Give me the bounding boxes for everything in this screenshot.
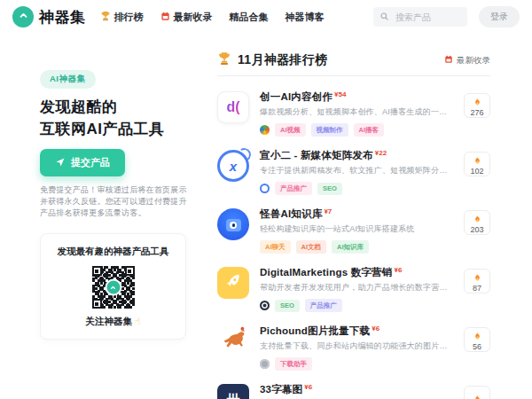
product-title[interactable]: 怪兽AI知识库: [260, 208, 322, 219]
nav-item-ranking[interactable]: 排行榜: [100, 11, 144, 24]
follow-label: 关注神器集: [85, 316, 132, 326]
product-title[interactable]: 宣小二 - 新媒体矩阵发布: [260, 150, 373, 160]
product-row[interactable]: 怪兽AI知识库¥7 轻松构建知识库的一站式AI知识库搭建系统 AI聊天 AI文档…: [217, 198, 490, 256]
nav-label: 最新收录: [174, 11, 213, 24]
product-title[interactable]: Pichound图片批量下载: [260, 325, 370, 336]
monster-icon: [226, 219, 241, 231]
upvote-button[interactable]: [464, 386, 490, 399]
logo-glyph: 卅: [227, 392, 240, 399]
product-row[interactable]: 卅 33字幕图¥6: [217, 373, 490, 399]
rocket-icon: [223, 270, 243, 294]
upvote-button[interactable]: 102: [464, 152, 490, 176]
product-description: 支持批量下载、同步和站内编辑的功能强大的图片管理工具: [260, 340, 453, 352]
product-title[interactable]: DigitalMarketings 数字营销: [260, 267, 392, 278]
tag-pill[interactable]: AI文档: [296, 240, 327, 254]
qr-finder-pattern: [92, 266, 102, 276]
product-title-row: 怪兽AI知识库¥7: [260, 205, 453, 221]
qr-card-footer: 关注神器集 ☝: [50, 316, 176, 328]
latest-link[interactable]: 最新收录: [444, 55, 490, 66]
upvote-button[interactable]: 56: [464, 327, 490, 352]
tag-pill[interactable]: AI知识库: [332, 240, 369, 254]
latest-link-label: 最新收录: [457, 55, 490, 66]
tag-pill[interactable]: 产品推广: [275, 182, 312, 195]
logo-glyph: x: [230, 159, 237, 174]
product-info: Pichound图片批量下载¥6 支持批量下载、同步和站内编辑的功能强大的图片管…: [260, 322, 453, 373]
product-info: 怪兽AI知识库¥7 轻松构建知识库的一站式AI知识库搭建系统 AI聊天 AI文档…: [260, 205, 453, 256]
tag-pill[interactable]: 产品推广: [305, 299, 342, 312]
vote-count: 87: [473, 285, 481, 293]
product-logo-rocket: [217, 267, 249, 299]
product-title[interactable]: 33字幕图: [260, 384, 302, 395]
paper-plane-icon: [55, 157, 66, 169]
qr-finder-pattern: [92, 299, 102, 309]
qr-finder-pattern: [125, 266, 135, 276]
tag-pill[interactable]: 下载助手: [275, 357, 312, 371]
submit-product-button[interactable]: 提交产品: [40, 149, 125, 176]
leaping-dog-icon: [218, 325, 248, 358]
product-favicon: [260, 301, 270, 310]
product-title-row: Pichound图片批量下载¥6: [260, 322, 453, 338]
flame-icon: [473, 391, 482, 399]
product-title-row: DigitalMarketings 数字营销¥6: [260, 263, 453, 279]
product-logo-chuangyi: d(: [217, 91, 249, 123]
product-info: DigitalMarketings 数字营销¥6 帮助开发者开发发现用户，助力产…: [260, 263, 453, 315]
product-favicon: [260, 359, 270, 369]
hero-description: 免费提交产品！审核通过后将在首页展示并获得永久反链。您还可以通过付费提升产品排名…: [40, 184, 193, 219]
tag-pill[interactable]: SEO: [317, 183, 342, 195]
product-tags: AI视频 视频制作 AI播客: [260, 123, 453, 137]
price-badge: ¥7: [324, 207, 332, 215]
product-logo-subtitle: 卅: [217, 384, 249, 399]
product-logo-monster: [217, 208, 249, 240]
brand-logo[interactable]: [12, 6, 34, 27]
product-title[interactable]: 创一AI内容创作: [260, 91, 332, 102]
nav-label: 精品合集: [230, 11, 269, 24]
price-badge: ¥54: [334, 90, 346, 98]
nav-item-latest[interactable]: 最新收录: [160, 11, 213, 24]
ranking-title: 11月神器排行榜: [238, 52, 327, 68]
product-row[interactable]: x 宣小二 - 新媒体矩阵发布¥22 专注于提供新闻稿发布、软文推广、短视频矩阵…: [217, 139, 490, 198]
product-description: 专注于提供新闻稿发布、软文推广、短视频矩阵分发等一站式营销服...: [260, 165, 453, 176]
ranking-section: 11月神器排行榜 最新收录 d( 创一AI内容创作¥54 爆款视频分析、短视频脚…: [217, 51, 490, 399]
tag-pill[interactable]: AI播客: [354, 123, 385, 137]
search-input[interactable]: [394, 12, 461, 23]
product-tags: AI聊天 AI文档 AI知识库: [260, 240, 453, 254]
product-tags: SEO 产品推广: [260, 299, 453, 312]
calendar-icon: [444, 55, 453, 66]
ranking-divider: [217, 75, 490, 76]
qr-card-title: 发现最有趣的神器产品工具: [50, 246, 176, 258]
upvote-button[interactable]: 87: [464, 269, 490, 293]
product-row[interactable]: Pichound图片批量下载¥6 支持批量下载、同步和站内编辑的功能强大的图片管…: [217, 315, 490, 373]
product-logo-xuanxiaoer: x: [217, 150, 249, 182]
product-info: 创一AI内容创作¥54 爆款视频分析、短视频脚本创作、AI播客生成的一站式内容创…: [260, 88, 453, 139]
product-description: 轻松构建知识库的一站式AI知识库搭建系统: [260, 223, 453, 235]
upvote-button[interactable]: 203: [464, 210, 490, 235]
qr-card: 发现最有趣的神器产品工具 关注神器集 ☝: [40, 233, 186, 340]
product-row[interactable]: DigitalMarketings 数字营销¥6 帮助开发者开发发现用户，助力产…: [217, 256, 490, 315]
product-title-row: 宣小二 - 新媒体矩阵发布¥22: [260, 146, 453, 162]
product-tags: 产品推广 SEO: [260, 182, 453, 195]
brand-name[interactable]: 神器集: [39, 7, 86, 27]
calendar-icon: [160, 12, 170, 23]
nav-label: 排行榜: [114, 11, 144, 24]
qr-center-logo: [105, 279, 121, 296]
search-box[interactable]: [373, 7, 467, 27]
nav-item-collections[interactable]: 精品合集: [230, 11, 269, 24]
product-favicon: [260, 125, 270, 135]
hero-title: 发现超酷的 互联网AI产品工具: [40, 96, 193, 140]
chevron-up-icon: [18, 9, 29, 25]
upvote-button[interactable]: 276: [464, 93, 490, 118]
product-row[interactable]: d( 创一AI内容创作¥54 爆款视频分析、短视频脚本创作、AI播客生成的一站式…: [217, 81, 490, 139]
tag-pill[interactable]: SEO: [275, 300, 300, 312]
product-title-row: 创一AI内容创作¥54: [260, 88, 453, 104]
login-button[interactable]: 登录: [479, 6, 520, 27]
product-favicon: [260, 184, 270, 193]
search-icon: [379, 9, 389, 25]
tag-pill[interactable]: AI视频: [275, 123, 306, 137]
tag-pill[interactable]: 视频制作: [311, 123, 348, 137]
nav-item-blog[interactable]: 神器博客: [286, 11, 325, 24]
product-list: d( 创一AI内容创作¥54 爆款视频分析、短视频脚本创作、AI播客生成的一站式…: [217, 81, 490, 399]
hero-section: AI神器集 发现超酷的 互联网AI产品工具 提交产品 免费提交产品！审核通过后将…: [40, 69, 193, 340]
tag-pill[interactable]: AI聊天: [260, 240, 291, 254]
product-logo-dog: [217, 325, 249, 357]
vote-count: 276: [470, 109, 483, 117]
